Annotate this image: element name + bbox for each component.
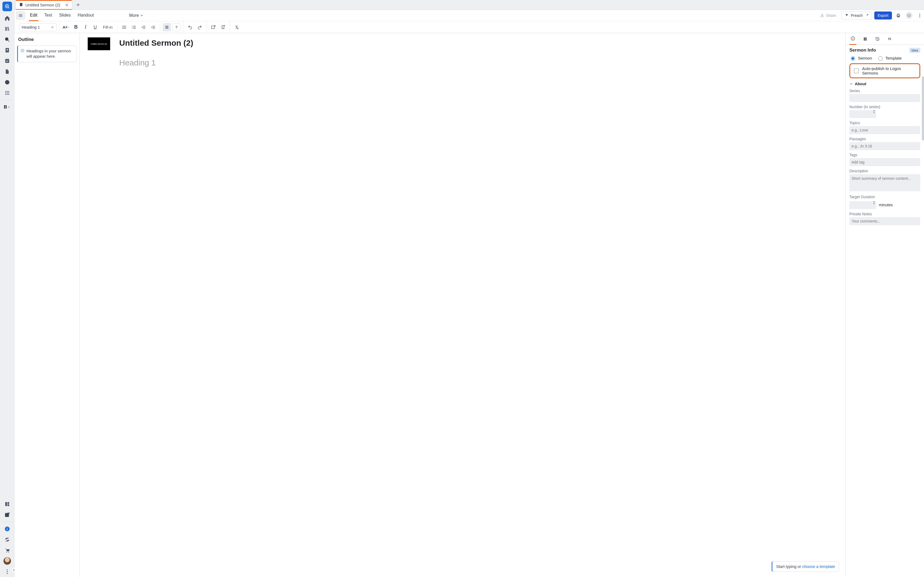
- paragraph-style-select[interactable]: Heading 1: [19, 23, 57, 31]
- svg-point-11: [5, 94, 6, 95]
- workspace: Outline Headings in your sermon will app…: [15, 33, 370, 231]
- view-tab-handout[interactable]: Handout: [77, 10, 95, 21]
- outline-hint: Headings in your sermon will appear here…: [17, 45, 77, 62]
- outline-hint-text: Headings in your sermon will appear here…: [26, 48, 74, 59]
- tab-strip: Untitled Sermon (2): [15, 0, 370, 10]
- panel-menu-button[interactable]: [16, 11, 25, 19]
- svg-point-12: [7, 94, 8, 95]
- svg-rect-23: [20, 3, 22, 6]
- svg-point-6: [7, 91, 8, 92]
- fillin-button[interactable]: Fill-in: [101, 25, 115, 29]
- italic-icon[interactable]: I: [82, 23, 90, 31]
- tab-active[interactable]: Untitled Sermon (2): [16, 0, 72, 10]
- answers-hidden-icon[interactable]: ?: [173, 23, 181, 31]
- font-size-icon[interactable]: AA: [62, 23, 70, 31]
- underline-icon[interactable]: U: [91, 23, 99, 31]
- svg-point-7: [8, 91, 9, 92]
- apps-grid-icon[interactable]: [2, 88, 13, 98]
- svg-point-33: [123, 27, 123, 27]
- bullet-list-icon[interactable]: [120, 23, 128, 31]
- editor[interactable]: Untitled Sermon (2) Untitled Sermon (2) …: [80, 33, 370, 231]
- app-rail: B 1: [0, 0, 15, 231]
- svg-point-32: [123, 26, 123, 26]
- heading-placeholder[interactable]: Heading 1: [119, 58, 370, 67]
- svg-rect-38: [212, 26, 215, 29]
- search-icon[interactable]: [2, 34, 13, 45]
- bookmark-add-icon[interactable]: [219, 23, 227, 31]
- answers-visible-icon[interactable]: [163, 23, 171, 31]
- info-icon: [21, 48, 24, 59]
- bold-icon[interactable]: B: [72, 23, 80, 31]
- svg-point-5: [5, 91, 6, 92]
- sermon-doc-icon: [19, 2, 23, 8]
- svg-point-8: [5, 92, 6, 93]
- main-toolbar: Edit Text Slides Handout More Share Prea…: [15, 10, 370, 21]
- outline-panel: Outline Headings in your sermon will app…: [15, 33, 80, 231]
- clear-formatting-icon[interactable]: [233, 23, 241, 31]
- insert-image-icon[interactable]: [209, 23, 217, 31]
- indent-icon[interactable]: [149, 23, 157, 31]
- new-tab-button[interactable]: [74, 1, 82, 8]
- format-toolbar: Heading 1 AA B I U Fill-in 123 ?: [15, 21, 370, 33]
- close-tab-icon[interactable]: [65, 3, 69, 8]
- outline-title: Outline: [18, 37, 77, 42]
- outdent-icon[interactable]: [140, 23, 148, 31]
- svg-point-9: [7, 92, 8, 93]
- undo-icon[interactable]: [186, 23, 194, 31]
- view-tabs: Edit Text Slides Handout: [29, 10, 95, 21]
- bible-icon[interactable]: [2, 45, 13, 56]
- svg-point-13: [8, 94, 9, 95]
- svg-point-10: [8, 92, 9, 93]
- tasks-icon[interactable]: [2, 56, 13, 66]
- view-tab-slides[interactable]: Slides: [58, 10, 72, 21]
- svg-text:3: 3: [132, 28, 132, 29]
- more-menu[interactable]: More: [129, 13, 144, 18]
- redo-icon[interactable]: [196, 23, 204, 31]
- svg-point-34: [123, 28, 123, 29]
- document-icon[interactable]: [2, 66, 13, 77]
- tab-title: Untitled Sermon (2): [26, 3, 60, 7]
- svg-rect-3: [5, 59, 9, 63]
- svg-point-1: [5, 38, 8, 40]
- library-icon[interactable]: [2, 24, 13, 34]
- view-tab-edit[interactable]: Edit: [29, 10, 39, 21]
- numbered-list-icon[interactable]: 123: [130, 23, 138, 31]
- document-title[interactable]: Untitled Sermon (2): [119, 39, 370, 48]
- slide-thumbnail[interactable]: Untitled Sermon (2): [88, 37, 110, 50]
- app-logo-icon[interactable]: [2, 2, 12, 11]
- visibility-off-icon[interactable]: [2, 77, 13, 88]
- view-tab-text[interactable]: Text: [43, 10, 53, 21]
- home-icon[interactable]: [2, 13, 13, 24]
- bold-shortcut[interactable]: B: [2, 102, 13, 113]
